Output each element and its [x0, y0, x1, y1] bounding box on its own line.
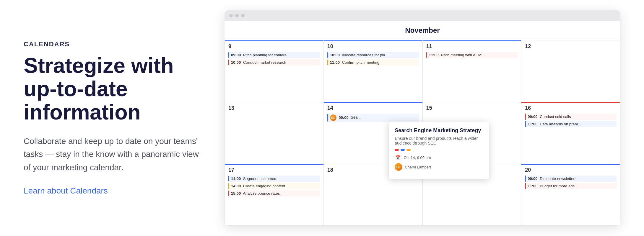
event-20-1[interactable]: 09:00 Distribute newsletters: [525, 176, 617, 182]
popup-dot-yellow: [406, 149, 411, 151]
popup-title: Search Engine Marketing Strategy: [395, 127, 483, 134]
day-16: 16: [525, 105, 617, 111]
calendar-month-title: November: [225, 21, 620, 40]
popup-person: Cheryl Lambert: [405, 165, 431, 169]
window-dot-2: [235, 14, 239, 17]
popup-date-meta: 📅 Oct 14, 9:00 am: [395, 154, 483, 161]
day-15: 15: [426, 105, 518, 111]
cal-cell-11: 11 11:00 Pitch meeting with ACME: [423, 40, 522, 102]
page-wrapper: CALENDARS Strategize with up-to-date inf…: [0, 0, 644, 236]
event-17-1[interactable]: 11:00 Segment customers: [228, 176, 320, 182]
cal-cell-17: 17 11:00 Segment customers 14:00 Create …: [225, 164, 324, 226]
calendar-icon: 📅: [395, 154, 401, 161]
event-9-1[interactable]: 09:00 Pitch planning for confere...: [228, 52, 320, 58]
event-14-1[interactable]: CL 09:00 Sea...: [327, 114, 419, 122]
event-17-3[interactable]: 15:00 Analyze bounce rates: [228, 190, 320, 196]
event-popup: Search Engine Marketing Strategy Ensure …: [389, 122, 489, 179]
cal-cell-12: 12: [521, 40, 620, 102]
calendar-inner: November 9 09:00 Pitch planning for conf…: [225, 21, 620, 226]
event-16-2[interactable]: 11:00 Data analysis on prem...: [525, 121, 617, 127]
cal-cell-16: 16 09:00 Conduct cold calls 11:00 Data a…: [521, 102, 620, 164]
day-14: 14: [327, 105, 419, 111]
calendar-grid: 9 09:00 Pitch planning for confere... 10…: [225, 40, 620, 226]
cal-cell-20: 20 09:00 Distribute newsletters 11:00 Bu…: [521, 164, 620, 226]
day-11: 11: [426, 43, 518, 50]
event-10-1[interactable]: 10:00 Allocate resources for pla...: [327, 52, 419, 58]
day-10: 10: [327, 43, 419, 50]
event-11-1[interactable]: 11:00 Pitch meeting with ACME: [426, 52, 518, 58]
window-dot-3: [241, 14, 245, 17]
day-17: 17: [228, 167, 320, 173]
popup-dot-red: [395, 149, 399, 151]
event-20-2[interactable]: 11:00 Budget for more ads: [525, 183, 617, 189]
event-17-2[interactable]: 14:00 Create engaging content: [228, 183, 320, 189]
popup-date: Oct 14, 9:00 am: [404, 155, 431, 160]
day-13: 13: [228, 105, 320, 111]
event-16-1[interactable]: 09:00 Conduct cold calls: [525, 114, 617, 120]
popup-avatar: CL: [395, 163, 402, 171]
main-heading: Strategize with up-to-date information: [24, 54, 207, 124]
day-12: 12: [525, 43, 617, 50]
window-dot-1: [229, 14, 233, 17]
popup-dots: [395, 149, 483, 151]
event-10-2[interactable]: 11:00 Confirm pitch meeting: [327, 59, 419, 65]
section-label: CALENDARS: [24, 40, 207, 48]
day-9: 9: [228, 43, 320, 50]
event-avatar: CL: [330, 114, 336, 121]
event-9-2[interactable]: 10:00 Conduct market research: [228, 59, 320, 65]
popup-person-meta: CL Cheryl Lambert: [395, 163, 483, 171]
window-chrome: [225, 10, 620, 21]
left-panel: CALENDARS Strategize with up-to-date inf…: [24, 40, 225, 196]
learn-link[interactable]: Learn about Calendars: [24, 186, 108, 195]
day-20: 20: [525, 167, 617, 173]
cal-cell-13: 13: [225, 102, 324, 164]
popup-description: Ensure our brand and products reach a wi…: [395, 136, 483, 145]
cal-cell-10: 10 10:00 Allocate resources for pla... 1…: [324, 40, 423, 102]
cal-cell-9: 9 09:00 Pitch planning for confere... 10…: [225, 40, 324, 102]
description: Collaborate and keep up to date on your …: [24, 135, 207, 174]
calendar-window: November 9 09:00 Pitch planning for conf…: [225, 10, 620, 226]
popup-dot-blue: [401, 149, 405, 151]
